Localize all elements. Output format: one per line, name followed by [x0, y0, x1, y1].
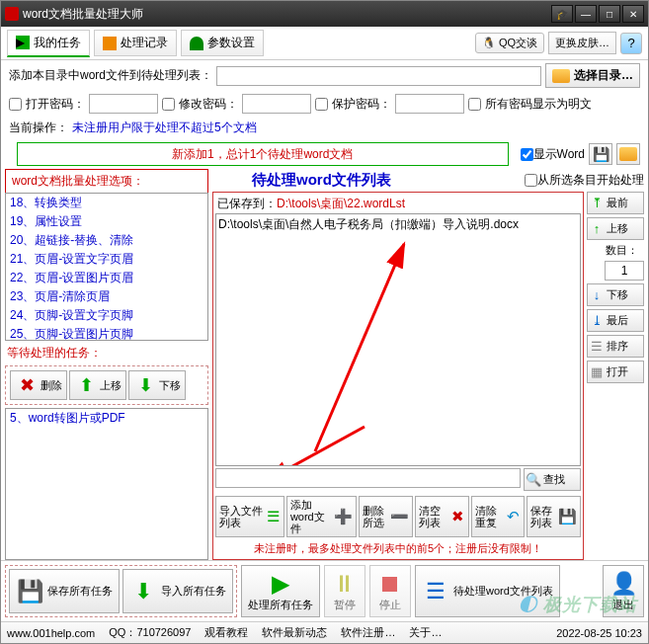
- briefcase-icon: [103, 37, 117, 50]
- import-all-tasks-button[interactable]: ⬇导入所有任务: [122, 569, 233, 613]
- open-icon-button[interactable]: [616, 143, 640, 165]
- show-word-check[interactable]: [521, 148, 533, 161]
- list-item[interactable]: 5、word转图片或PDF: [6, 409, 207, 428]
- minimize-button[interactable]: —: [575, 5, 597, 23]
- pause-button[interactable]: ⏸暂停: [324, 565, 365, 617]
- tab-history[interactable]: 处理记录: [94, 30, 177, 56]
- bottom-bar: 💾保存所有任务 ⬇导入所有任务 ▶处理所有任务 ⏸暂停 ⏹停止 ☰待处理word…: [1, 560, 648, 621]
- open-button[interactable]: ▦打开: [587, 361, 644, 383]
- list-item[interactable]: 24、页脚-设置文字页脚: [6, 306, 207, 325]
- protect-pw-input[interactable]: [395, 94, 464, 114]
- annotation-arrow: [285, 234, 434, 461]
- sort-button[interactable]: ☰排序: [587, 335, 644, 358]
- left-panel: word文档批量处理选项： 18、转换类型 19、属性设置 20、超链接-替换、…: [5, 169, 208, 560]
- search-button[interactable]: 🔍查找: [524, 468, 581, 491]
- x-icon: ✖: [15, 373, 39, 397]
- delete-button[interactable]: ✖删除: [10, 370, 67, 400]
- pause-icon: ⏸: [331, 570, 359, 598]
- open-pw-check[interactable]: [9, 98, 22, 111]
- tab-my-tasks[interactable]: ▶我的任务: [7, 30, 90, 57]
- options-title: word文档批量处理选项：: [5, 169, 208, 193]
- list-item[interactable]: 25、页脚-设置图片页脚: [6, 325, 207, 341]
- move-bottom-button[interactable]: ⤓最后: [587, 309, 644, 332]
- save-icon: 💾: [558, 506, 577, 527]
- tab-settings[interactable]: 参数设置: [181, 30, 264, 56]
- import-list-button[interactable]: 导入文件列表☰: [215, 496, 284, 537]
- add-dir-input[interactable]: [216, 66, 541, 86]
- news-link[interactable]: 软件最新动态: [262, 625, 327, 640]
- qq-label: QQ交谈: [499, 36, 537, 50]
- file-list[interactable]: D:\tools\桌面\自然人电子税务局（扣缴端）导入说明.docx: [215, 213, 581, 466]
- remove-dup-button[interactable]: 清除重复↶: [471, 496, 526, 537]
- pending-list[interactable]: 5、word转图片或PDF: [5, 408, 208, 560]
- file-item[interactable]: D:\tools\桌面\自然人电子税务局（扣缴端）导入说明.docx: [218, 216, 578, 233]
- show-word-label[interactable]: 显示Word: [521, 146, 585, 163]
- timestamp: 2022-08-25 10:23: [556, 627, 642, 639]
- file-list-title: 待处理word文件列表: [252, 171, 391, 190]
- titlebar: word文档批量处理大师 🎓 — □ ✕: [1, 1, 648, 27]
- stop-button[interactable]: ⏹停止: [369, 565, 411, 617]
- count-input[interactable]: [605, 261, 644, 281]
- from-selection-label[interactable]: 从所选条目开始处理: [525, 172, 644, 189]
- modify-pw-check[interactable]: [162, 98, 175, 111]
- save-list-button[interactable]: 保存列表💾: [527, 496, 581, 537]
- move-up-button[interactable]: ⬆上移: [69, 370, 126, 400]
- help-button[interactable]: ?: [620, 33, 642, 54]
- add-word-button[interactable]: 添加word文件➕: [286, 496, 357, 537]
- saved-label: 已保存到：: [217, 197, 277, 210]
- move-down-button[interactable]: ⬇下移: [128, 370, 186, 400]
- pending-file-list-button[interactable]: ☰待处理word文件列表: [415, 565, 560, 617]
- app-icon: [5, 7, 19, 21]
- about-link[interactable]: 关于…: [409, 625, 442, 640]
- list-item[interactable]: 22、页眉-设置图片页眉: [6, 269, 207, 287]
- protect-pw-check[interactable]: [315, 98, 328, 111]
- plain-pw-label: 所有密码显示为明文: [485, 96, 592, 113]
- maximize-button[interactable]: □: [599, 5, 620, 23]
- from-selection-check[interactable]: [525, 174, 537, 187]
- plain-pw-check[interactable]: [468, 98, 481, 111]
- right-panel: 待处理word文件列表 从所选条目开始处理 已保存到：D:\tools\桌面\2…: [212, 169, 644, 560]
- list-item[interactable]: 19、属性设置: [6, 212, 207, 231]
- password-row: 打开密码： 修改密码： 保护密码： 所有密码显示为明文: [1, 91, 648, 117]
- status-text: 新添加1，总计1个待处理word文档: [172, 146, 353, 163]
- tutorial-link[interactable]: 观看教程: [204, 625, 248, 640]
- search-input[interactable]: [215, 468, 521, 488]
- current-op-value: 未注册用户限于处理不超过5个文档: [72, 120, 257, 136]
- site-link[interactable]: www.001help.com: [7, 627, 95, 639]
- list-item[interactable]: 18、转换类型: [6, 194, 207, 212]
- main-tabs: ▶我的任务 处理记录 参数设置 🐧QQ交谈 更换皮肤… ?: [1, 27, 648, 60]
- skin-button[interactable]: 更换皮肤…: [548, 32, 616, 54]
- plus-icon: ➕: [334, 506, 353, 527]
- pending-buttons: ✖删除 ⬆上移 ⬇下移: [5, 365, 208, 405]
- close-button[interactable]: ✕: [622, 5, 644, 23]
- modify-pw-label: 修改密码：: [179, 96, 238, 113]
- save-icon-button[interactable]: 💾: [589, 143, 612, 165]
- process-all-button[interactable]: ▶处理所有任务: [241, 565, 320, 617]
- open-pw-input[interactable]: [89, 94, 158, 114]
- hat-button[interactable]: 🎓: [551, 5, 573, 23]
- register-link[interactable]: 软件注册…: [341, 625, 395, 640]
- move-down-button[interactable]: ↓下移: [587, 283, 644, 306]
- folder-icon: [552, 69, 570, 83]
- select-dir-button[interactable]: 选择目录…: [545, 63, 640, 88]
- move-up-button[interactable]: ↑上移: [587, 217, 644, 240]
- modify-pw-input[interactable]: [242, 94, 311, 114]
- exit-button[interactable]: 👤退出: [603, 565, 644, 617]
- saved-path: D:\tools\桌面\22.wordLst: [277, 197, 405, 210]
- qq-chat-button[interactable]: 🐧QQ交谈: [475, 33, 544, 53]
- add-dir-label: 添加本目录中word文件到待处理列表：: [9, 67, 212, 84]
- save-all-tasks-button[interactable]: 💾保存所有任务: [9, 569, 120, 613]
- list-item[interactable]: 23、页眉-清除页眉: [6, 287, 207, 306]
- move-top-button[interactable]: ⤒最前: [587, 192, 644, 214]
- list-icon: ☰: [422, 578, 449, 605]
- svg-line-0: [315, 244, 404, 451]
- list-item[interactable]: 21、页眉-设置文字页眉: [6, 250, 207, 269]
- options-list[interactable]: 18、转换类型 19、属性设置 20、超链接-替换、清除 21、页眉-设置文字页…: [5, 193, 208, 341]
- play-icon: ▶: [16, 36, 30, 49]
- tab-label: 处理记录: [121, 35, 168, 51]
- del-selected-button[interactable]: 删除所选➖: [359, 496, 413, 537]
- list-item[interactable]: 20、超链接-替换、清除: [6, 231, 207, 250]
- clear-list-button[interactable]: 清空列表✖: [415, 496, 469, 537]
- minus-icon: ➖: [390, 506, 409, 527]
- qq-link[interactable]: QQ：710726097: [109, 625, 191, 640]
